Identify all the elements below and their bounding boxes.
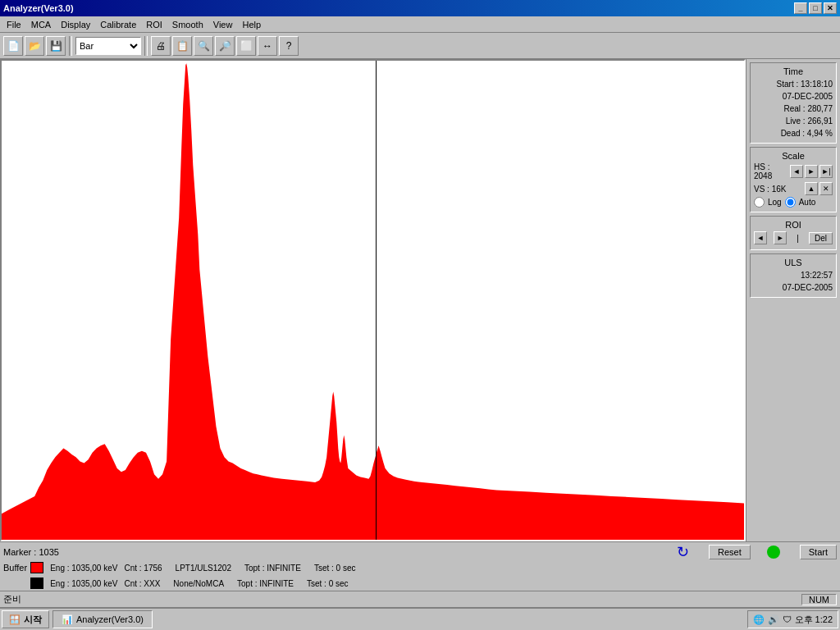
maximize-button[interactable]: □ [809, 2, 822, 14]
network-icon: 🌐 [753, 614, 765, 625]
roi-section: ROI ◄ ► | Del [750, 216, 837, 250]
toolbar-separator-2 [144, 36, 148, 56]
buffer2-cnt: Cnt : XXX [124, 579, 160, 588]
vs-label: VS : 16K [754, 185, 786, 194]
hs-label: HS : 2048 [754, 162, 790, 180]
start-date: 07-DEC-2005 [754, 90, 833, 103]
menu-help[interactable]: Help [237, 18, 266, 31]
print-button[interactable]: 🖨 [151, 36, 171, 56]
menu-bar: File MCA Display Calibrate ROI Smooth Vi… [0, 16, 840, 33]
spectrum-chart [2, 61, 744, 540]
tool5[interactable]: ⬜ [236, 36, 256, 56]
taskbar-app-label: Analyzer(Ver3.0) [76, 614, 144, 624]
roi-title: ROI [754, 220, 833, 230]
save-button[interactable]: 💾 [46, 36, 66, 56]
title-bar: Analyzer(Ver3.0) _ □ ✕ [0, 0, 840, 16]
buffer1-device: LPT1/ULS1202 [176, 564, 231, 573]
hs-next-button[interactable]: ► [805, 165, 818, 178]
log-label: Log [768, 198, 782, 207]
marker-label: Marker : 1035 [3, 547, 59, 557]
tool6[interactable]: ↔ [258, 36, 277, 56]
volume-icon: 🔊 [768, 614, 779, 625]
zoom-in-button[interactable]: 🔎 [215, 36, 235, 56]
roi-prev-button[interactable]: ◄ [754, 231, 767, 244]
taskbar-app-icon: 📊 [62, 614, 73, 625]
zoom-out-button[interactable]: 🔍 [194, 36, 213, 56]
buffer-row-1: Eng : 1035,00 keV Cnt : 1756 LPT1/ULS120… [30, 560, 355, 575]
buffer-area: Buffer Eng : 1035,00 keV Cnt : 1756 LPT1… [3, 560, 837, 591]
start-button[interactable]: Start [800, 545, 837, 559]
menu-roi[interactable]: ROI [141, 18, 167, 31]
chart-area[interactable] [0, 59, 746, 541]
menu-file[interactable]: File [2, 18, 26, 31]
menu-calibrate[interactable]: Calibrate [95, 18, 141, 31]
reset-button[interactable]: Reset [709, 545, 751, 559]
help-button[interactable]: ? [279, 36, 299, 56]
start-label: 시작 [24, 614, 42, 626]
num-indicator: NUM [801, 594, 837, 605]
taskbar-clock: 🌐 🔊 🛡 오후 1:22 [747, 610, 838, 628]
open-button[interactable]: 📂 [25, 36, 44, 56]
roi-del-button[interactable]: Del [809, 232, 833, 244]
buffer2-topt: Topt : INFINITE [237, 579, 294, 588]
status-text: 준비 [3, 593, 801, 605]
close-button[interactable]: ✕ [824, 2, 837, 14]
menu-display[interactable]: Display [56, 18, 95, 31]
buffer-row-2: Eng : 1035,00 keV Cnt : XXX None/NoMCA T… [30, 576, 355, 591]
buffer1-topt: Topt : INFINITE [244, 564, 301, 573]
new-button[interactable]: 📄 [3, 36, 23, 56]
roi-next-button[interactable]: ► [774, 231, 787, 244]
time-title: Time [754, 66, 833, 76]
auto-label: Auto [799, 198, 816, 207]
buffer-label: Buffer [3, 560, 27, 591]
toolbar-separator-1 [69, 36, 72, 56]
menu-mca[interactable]: MCA [26, 18, 56, 31]
log-radio-row: Log Auto [754, 197, 833, 208]
start-indicator [767, 546, 780, 559]
buffer1-tset: Tset : 0 sec [314, 564, 356, 573]
buffer1-color [30, 562, 43, 573]
toolbar: 📄 📂 💾 Bar Line Point 🖨 📋 🔍 🔎 ⬜ ↔ ? [0, 33, 840, 59]
uls-section: ULS 13:22:57 07-DEC-2005 [750, 253, 837, 298]
vs-x-button[interactable]: ✕ [819, 182, 833, 195]
auto-radio[interactable] [785, 197, 796, 208]
cursor-line [376, 61, 377, 540]
buffer1-cnt: Cnt : 1756 [124, 564, 162, 573]
start-time: Start : 13:18:10 [754, 78, 833, 90]
log-radio[interactable] [754, 197, 765, 208]
hs-row: HS : 2048 ◄ ► ►| [754, 162, 833, 180]
hs-prev-button[interactable]: ◄ [790, 165, 803, 178]
dead-time: Dead : 4,94 % [754, 127, 833, 139]
vs-row: VS : 16K ▲ ✕ [754, 182, 833, 195]
taskbar: 🪟 시작 📊 Analyzer(Ver3.0) 🌐 🔊 🛡 오후 1:22 [0, 607, 840, 630]
security-icon: 🛡 [783, 614, 792, 624]
marker-line: Marker : 1035 ↻ Reset Start [3, 544, 837, 560]
title-bar-buttons: _ □ ✕ [794, 2, 837, 14]
clock: 오후 1:22 [795, 614, 833, 626]
reset-arrows-icon[interactable]: ↻ [677, 543, 689, 561]
buffer2-color [30, 578, 43, 589]
status-strip: 준비 NUM [0, 591, 840, 607]
buffer2-device: None/NoMCA [173, 579, 224, 588]
uls-date: 07-DEC-2005 [754, 281, 833, 294]
copy-button[interactable]: 📋 [172, 36, 192, 56]
hs-last-button[interactable]: ►| [819, 165, 833, 178]
uls-title: ULS [754, 258, 833, 267]
window-title: Analyzer(Ver3.0) [3, 3, 74, 13]
taskbar-items: 📊 Analyzer(Ver3.0) [52, 610, 747, 628]
buffer2-tset: Tset : 0 sec [307, 579, 349, 588]
roi-controls: ◄ ► | Del [754, 231, 833, 244]
buffer1-eng: Eng : 1035,00 keV [50, 564, 117, 573]
vs-up-button[interactable]: ▲ [805, 182, 818, 195]
menu-smooth[interactable]: Smooth [167, 18, 208, 31]
time-section: Time Start : 13:18:10 07-DEC-2005 Real :… [750, 62, 837, 144]
minimize-button[interactable]: _ [794, 2, 807, 14]
start-menu-button[interactable]: 🪟 시작 [2, 610, 49, 628]
display-mode-select[interactable]: Bar Line Point [75, 37, 141, 55]
taskbar-app-analyzer[interactable]: 📊 Analyzer(Ver3.0) [52, 610, 153, 628]
uls-time: 13:22:57 [754, 269, 833, 281]
buffer2-eng: Eng : 1035,00 keV [50, 579, 117, 588]
menu-view[interactable]: View [208, 18, 238, 31]
bottom-status: Marker : 1035 ↻ Reset Start Buffer Eng :… [0, 541, 840, 591]
scale-title: Scale [754, 151, 833, 161]
